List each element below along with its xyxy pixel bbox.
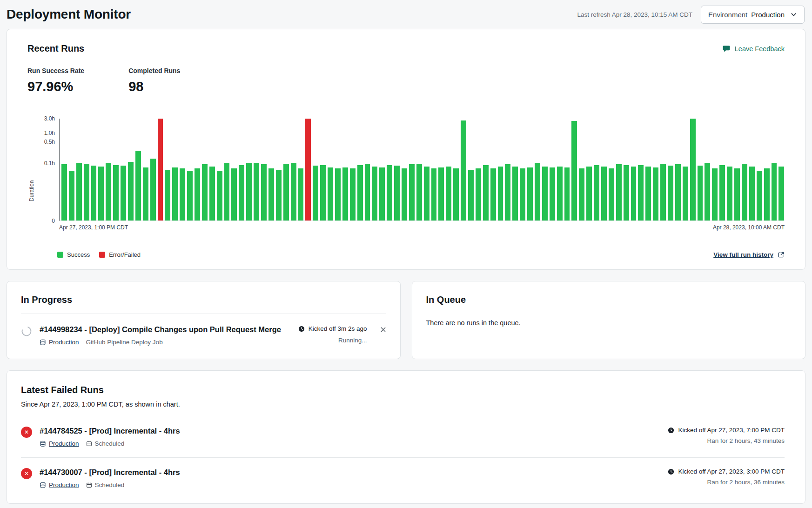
run-bar[interactable] — [542, 167, 548, 221]
run-bar[interactable] — [135, 151, 141, 221]
run-bar[interactable] — [675, 164, 681, 221]
run-bar[interactable] — [668, 166, 673, 221]
run-bar[interactable] — [483, 165, 489, 221]
run-bar[interactable] — [106, 163, 111, 221]
run-bar[interactable] — [379, 167, 385, 221]
run-bar[interactable] — [727, 167, 732, 221]
run-bar[interactable] — [357, 165, 363, 221]
run-bar[interactable] — [239, 165, 244, 221]
run-bar[interactable] — [276, 170, 282, 221]
run-bar[interactable] — [298, 168, 304, 221]
run-bar[interactable] — [350, 168, 356, 221]
run-bar[interactable] — [512, 167, 518, 221]
environment-selector[interactable]: Environment Production — [701, 6, 805, 24]
run-bar[interactable] — [128, 162, 134, 221]
run-bar[interactable] — [690, 119, 696, 221]
run-bar[interactable] — [586, 167, 592, 221]
run-bar[interactable] — [328, 167, 333, 221]
run-bar[interactable] — [778, 167, 784, 221]
run-bar[interactable] — [291, 163, 296, 221]
environment-link[interactable]: Production — [40, 339, 79, 346]
run-bar[interactable] — [387, 165, 392, 221]
run-bar[interactable] — [195, 168, 200, 221]
run-bar[interactable] — [172, 167, 178, 221]
view-full-run-history-link[interactable]: View full run history — [713, 251, 785, 258]
run-bar[interactable] — [579, 168, 584, 221]
run-bar[interactable] — [121, 166, 126, 221]
environment-link[interactable]: Production — [40, 440, 79, 447]
run-bar[interactable] — [742, 164, 747, 221]
run-bar[interactable] — [461, 120, 466, 221]
run-bar[interactable] — [631, 167, 637, 221]
run-bar[interactable] — [772, 163, 777, 221]
run-bar[interactable] — [535, 163, 540, 221]
run-bar[interactable] — [645, 167, 651, 221]
run-bar[interactable] — [453, 168, 459, 221]
run-bar[interactable] — [638, 165, 644, 221]
run-bar[interactable] — [209, 167, 215, 221]
run-bar[interactable] — [224, 163, 230, 221]
run-bar[interactable] — [490, 168, 496, 221]
run-bar[interactable] — [609, 168, 614, 221]
run-bar[interactable] — [594, 165, 599, 221]
run-bar[interactable] — [372, 167, 377, 221]
run-bar[interactable] — [305, 119, 311, 221]
run-bar[interactable] — [416, 164, 422, 221]
run-bar[interactable] — [712, 168, 718, 221]
run-bar[interactable] — [705, 163, 710, 221]
run-bar[interactable] — [424, 167, 429, 221]
run-bar[interactable] — [734, 168, 740, 221]
run-bar[interactable] — [98, 167, 104, 221]
run-bar[interactable] — [550, 167, 555, 221]
run-bar[interactable] — [320, 165, 326, 221]
run-bar[interactable] — [719, 165, 725, 221]
run-bar[interactable] — [150, 159, 156, 221]
leave-feedback-link[interactable]: Leave Feedback — [722, 45, 785, 53]
run-bar[interactable] — [76, 163, 82, 221]
run-bar[interactable] — [113, 165, 119, 221]
run-bar[interactable] — [231, 168, 237, 221]
run-bar[interactable] — [749, 167, 755, 221]
run-bar[interactable] — [571, 121, 577, 221]
run-bar[interactable] — [431, 168, 437, 221]
run-bar[interactable] — [438, 167, 444, 221]
run-bar[interactable] — [616, 164, 622, 221]
environment-link[interactable]: Production — [40, 481, 79, 488]
run-bar[interactable] — [61, 164, 67, 221]
run-bar[interactable] — [476, 168, 481, 221]
run-bar[interactable] — [342, 167, 348, 221]
run-bar[interactable] — [202, 164, 208, 221]
run-bar[interactable] — [365, 164, 370, 221]
run-bar[interactable] — [624, 165, 629, 221]
run-bar[interactable] — [402, 168, 407, 221]
run-bar[interactable] — [187, 171, 193, 221]
run-bar[interactable] — [268, 168, 274, 221]
run-bar[interactable] — [335, 168, 341, 221]
run-bar[interactable] — [409, 164, 415, 221]
run-bar[interactable] — [143, 167, 148, 221]
run-bar[interactable] — [557, 167, 563, 221]
run-bar[interactable] — [468, 170, 474, 221]
run-bar[interactable] — [498, 167, 503, 221]
run-bar[interactable] — [84, 164, 89, 221]
run-bar[interactable] — [91, 166, 97, 221]
run-bar[interactable] — [246, 163, 252, 221]
run-bar[interactable] — [313, 166, 318, 221]
run-bar[interactable] — [653, 167, 658, 221]
run-bar[interactable] — [527, 167, 533, 221]
run-bar[interactable] — [446, 167, 451, 221]
run-bar[interactable] — [660, 164, 666, 221]
run-bar[interactable] — [254, 163, 259, 221]
run-bar[interactable] — [180, 168, 185, 221]
run-bar[interactable] — [217, 171, 222, 221]
run-bar[interactable] — [158, 119, 163, 221]
run-bar[interactable] — [394, 166, 400, 221]
run-bar[interactable] — [505, 164, 510, 221]
run-bar[interactable] — [764, 168, 770, 221]
run-bar[interactable] — [165, 170, 170, 221]
run-bar[interactable] — [564, 167, 570, 221]
run-bar[interactable] — [261, 164, 267, 221]
close-icon[interactable] — [380, 327, 386, 333]
run-bar[interactable] — [520, 168, 525, 221]
run-bar[interactable] — [69, 171, 74, 221]
